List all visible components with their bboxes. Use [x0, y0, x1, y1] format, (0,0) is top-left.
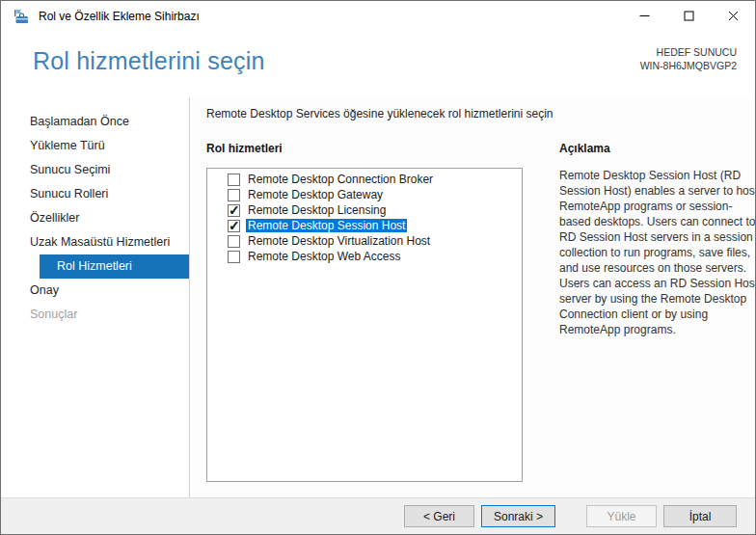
checkbox-web-access[interactable]	[228, 251, 240, 263]
maximize-button[interactable]	[666, 1, 711, 31]
role-service-label[interactable]: Remote Desktop Gateway	[246, 188, 385, 201]
wizard-content: Remote Desktop Services öğesine yüklenec…	[190, 97, 756, 497]
sidebar-item-yukleme-turu[interactable]: Yükleme Türü	[1, 134, 189, 158]
checkbox-virtualization-host[interactable]	[228, 235, 240, 248]
sidebar-item-baslamadan-once[interactable]: Başlamadan Önce	[1, 110, 189, 134]
sidebar-item-uzak-masaustu-hizmetleri[interactable]: Uzak Masaüstü Hizmetleri	[1, 230, 189, 254]
role-service-row-web-access[interactable]: Remote Desktop Web Access	[207, 249, 522, 264]
window-controls	[622, 1, 755, 31]
role-service-label[interactable]: Remote Desktop Session Host	[246, 219, 407, 232]
role-service-row-licensing[interactable]: Remote Desktop Licensing	[207, 202, 522, 218]
target-server-name: WIN-8H6JMQBVGP2	[640, 59, 737, 72]
minimize-button[interactable]	[622, 1, 666, 31]
role-service-label[interactable]: Remote Desktop Licensing	[246, 203, 388, 217]
role-service-row-connection-broker[interactable]: Remote Desktop Connection Broker	[207, 172, 522, 187]
wizard-footer: < Geri Sonraki > Yükle İptal	[1, 497, 755, 534]
checkbox-connection-broker[interactable]	[228, 174, 240, 186]
description-title: Açıklama	[559, 142, 756, 155]
sidebar-item-ozellikler[interactable]: Özellikler	[1, 206, 189, 230]
next-button[interactable]: Sonraki >	[481, 505, 555, 527]
close-button[interactable]	[711, 1, 755, 31]
wizard-body: Başlamadan Önce Yükleme Türü Sunucu Seçi…	[1, 97, 755, 497]
sidebar-item-sunucu-rolleri[interactable]: Sunucu Rolleri	[1, 182, 189, 206]
back-button[interactable]: < Geri	[404, 505, 474, 527]
sidebar-item-sonuclar: Sonuçlar	[1, 303, 189, 327]
sidebar-item-onay[interactable]: Onay	[1, 279, 189, 303]
checkbox-session-host[interactable]	[228, 220, 240, 232]
description-column: Açıklama Remote Desktop Session Host (RD…	[559, 142, 756, 482]
content-subtitle: Remote Desktop Services öğesine yüklenec…	[206, 107, 756, 120]
target-server-block: HEDEF SUNUCU WIN-8H6JMQBVGP2	[640, 45, 737, 97]
role-service-label[interactable]: Remote Desktop Connection Broker	[246, 173, 435, 186]
sidebar-item-rol-hizmetleri[interactable]: Rol Hizmetleri	[40, 254, 189, 279]
checkbox-licensing[interactable]	[228, 204, 240, 217]
wizard-window: Rol ve Özellik Ekleme Sihirbazı Rol hizm…	[0, 0, 756, 535]
role-services-listbox: Remote Desktop Connection Broker Remote …	[206, 168, 523, 482]
sidebar-item-sunucu-secimi[interactable]: Sunucu Seçimi	[1, 158, 189, 182]
wizard-steps-sidebar: Başlamadan Önce Yükleme Türü Sunucu Seçi…	[1, 97, 190, 497]
wizard-header: Rol hizmetlerini seçin HEDEF SUNUCU WIN-…	[1, 31, 755, 97]
window-title: Rol ve Özellik Ekleme Sihirbazı	[39, 10, 200, 23]
role-service-row-session-host[interactable]: Remote Desktop Session Host	[207, 218, 522, 233]
title-bar: Rol ve Özellik Ekleme Sihirbazı	[1, 1, 755, 31]
role-service-row-gateway[interactable]: Remote Desktop Gateway	[207, 187, 522, 202]
target-server-label: HEDEF SUNUCU	[640, 45, 737, 59]
checkbox-gateway[interactable]	[228, 189, 240, 201]
role-service-label[interactable]: Remote Desktop Virtualization Host	[246, 234, 432, 248]
install-button: Yükle	[586, 505, 657, 527]
role-services-list-title: Rol hizmetleri	[206, 142, 541, 155]
server-manager-toolbox-icon	[13, 9, 30, 24]
role-services-column: Rol hizmetleri Remote Desktop Connection…	[206, 142, 541, 482]
role-service-label[interactable]: Remote Desktop Web Access	[246, 250, 403, 263]
page-title: Rol hizmetlerini seçin	[33, 47, 265, 97]
cancel-button[interactable]: İptal	[663, 505, 737, 527]
description-text: Remote Desktop Session Host (RD Session …	[559, 168, 756, 337]
role-service-row-virtualization-host[interactable]: Remote Desktop Virtualization Host	[207, 233, 522, 249]
